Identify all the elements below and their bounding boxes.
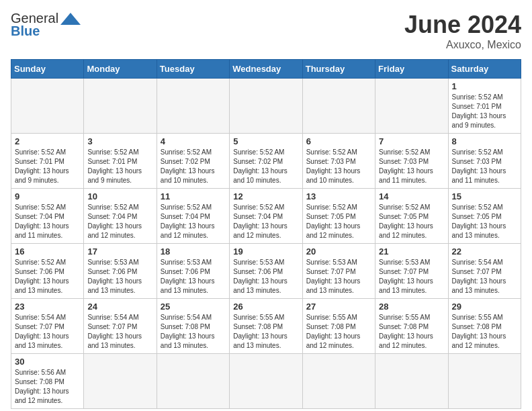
header-tuesday: Tuesday <box>157 60 229 79</box>
calendar-cell-2 <box>157 79 229 134</box>
day-info-22: Sunrise: 5:54 AM Sunset: 7:07 PM Dayligh… <box>452 258 517 295</box>
calendar-cell-39 <box>302 354 375 409</box>
day-number-24: 24 <box>87 302 152 312</box>
calendar-cell-10: 5Sunrise: 5:52 AM Sunset: 7:02 PM Daylig… <box>230 134 302 189</box>
calendar-cell-11: 6Sunrise: 5:52 AM Sunset: 7:03 PM Daylig… <box>302 134 375 189</box>
day-number-14: 14 <box>379 191 444 201</box>
calendar-cell-27: 22Sunrise: 5:54 AM Sunset: 7:07 PM Dayli… <box>448 244 521 299</box>
calendar-title: June 2024 <box>404 11 521 39</box>
day-info-20: Sunrise: 5:53 AM Sunset: 7:07 PM Dayligh… <box>306 258 371 295</box>
day-number-8: 8 <box>452 136 517 146</box>
calendar-cell-30: 25Sunrise: 5:54 AM Sunset: 7:08 PM Dayli… <box>157 299 229 354</box>
calendar-cell-12: 7Sunrise: 5:52 AM Sunset: 7:03 PM Daylig… <box>375 134 448 189</box>
day-number-26: 26 <box>233 302 298 312</box>
day-info-29: Sunrise: 5:55 AM Sunset: 7:08 PM Dayligh… <box>452 313 517 351</box>
day-info-28: Sunrise: 5:55 AM Sunset: 7:08 PM Dayligh… <box>379 313 444 351</box>
day-info-25: Sunrise: 5:54 AM Sunset: 7:08 PM Dayligh… <box>161 313 226 351</box>
calendar-cell-38 <box>230 354 302 409</box>
calendar-cell-22: 17Sunrise: 5:53 AM Sunset: 7:06 PM Dayli… <box>84 244 157 299</box>
logo-blue-text: Blue <box>11 24 40 39</box>
calendar-cell-5 <box>375 79 448 134</box>
calendar-cell-25: 20Sunrise: 5:53 AM Sunset: 7:07 PM Dayli… <box>302 244 375 299</box>
day-number-27: 27 <box>306 302 371 312</box>
calendar-cell-18: 13Sunrise: 5:52 AM Sunset: 7:05 PM Dayli… <box>302 189 375 244</box>
day-info-23: Sunrise: 5:54 AM Sunset: 7:07 PM Dayligh… <box>15 313 80 351</box>
calendar-cell-37 <box>157 354 229 409</box>
calendar-cell-13: 8Sunrise: 5:52 AM Sunset: 7:03 PM Daylig… <box>448 134 521 189</box>
header-sunday: Sunday <box>11 60 84 79</box>
day-number-30: 30 <box>15 357 80 367</box>
day-number-21: 21 <box>379 246 444 257</box>
day-number-1: 1 <box>452 81 517 91</box>
day-number-9: 9 <box>15 191 80 201</box>
calendar-cell-9: 4Sunrise: 5:52 AM Sunset: 7:02 PM Daylig… <box>157 134 229 189</box>
day-number-12: 12 <box>233 191 298 201</box>
calendar-cell-3 <box>230 79 302 134</box>
calendar-cell-16: 11Sunrise: 5:52 AM Sunset: 7:04 PM Dayli… <box>157 189 229 244</box>
day-info-21: Sunrise: 5:53 AM Sunset: 7:07 PM Dayligh… <box>379 258 444 295</box>
day-number-10: 10 <box>87 191 152 201</box>
calendar-table: Sunday Monday Tuesday Wednesday Thursday… <box>11 59 521 409</box>
day-number-15: 15 <box>452 191 517 201</box>
day-number-6: 6 <box>306 136 371 146</box>
calendar-cell-23: 18Sunrise: 5:53 AM Sunset: 7:06 PM Dayli… <box>157 244 229 299</box>
day-info-5: Sunrise: 5:52 AM Sunset: 7:02 PM Dayligh… <box>233 148 298 185</box>
calendar-cell-41 <box>448 354 521 409</box>
calendar-cell-33: 28Sunrise: 5:55 AM Sunset: 7:08 PM Dayli… <box>375 299 448 354</box>
day-info-10: Sunrise: 5:52 AM Sunset: 7:04 PM Dayligh… <box>87 203 152 240</box>
calendar-cell-31: 26Sunrise: 5:55 AM Sunset: 7:08 PM Dayli… <box>230 299 302 354</box>
day-info-18: Sunrise: 5:53 AM Sunset: 7:06 PM Dayligh… <box>161 258 226 295</box>
day-number-7: 7 <box>379 136 444 146</box>
day-info-17: Sunrise: 5:53 AM Sunset: 7:06 PM Dayligh… <box>87 258 152 295</box>
day-info-27: Sunrise: 5:55 AM Sunset: 7:08 PM Dayligh… <box>306 313 371 351</box>
calendar-cell-1 <box>84 79 157 134</box>
day-number-4: 4 <box>161 136 226 146</box>
day-info-26: Sunrise: 5:55 AM Sunset: 7:08 PM Dayligh… <box>233 313 298 351</box>
day-number-18: 18 <box>161 246 226 257</box>
day-info-11: Sunrise: 5:52 AM Sunset: 7:04 PM Dayligh… <box>161 203 226 240</box>
day-info-2: Sunrise: 5:52 AM Sunset: 7:01 PM Dayligh… <box>15 148 80 185</box>
calendar-cell-28: 23Sunrise: 5:54 AM Sunset: 7:07 PM Dayli… <box>11 299 84 354</box>
day-info-4: Sunrise: 5:52 AM Sunset: 7:02 PM Dayligh… <box>161 148 226 185</box>
page-header: General Blue June 2024 Axuxco, Mexico <box>11 11 521 51</box>
day-number-28: 28 <box>379 302 444 312</box>
day-number-20: 20 <box>306 246 371 257</box>
calendar-row-1: 2Sunrise: 5:52 AM Sunset: 7:01 PM Daylig… <box>11 134 521 189</box>
day-info-6: Sunrise: 5:52 AM Sunset: 7:03 PM Dayligh… <box>306 148 371 185</box>
day-info-15: Sunrise: 5:52 AM Sunset: 7:05 PM Dayligh… <box>452 203 517 240</box>
day-info-9: Sunrise: 5:52 AM Sunset: 7:04 PM Dayligh… <box>15 203 80 240</box>
day-info-16: Sunrise: 5:52 AM Sunset: 7:06 PM Dayligh… <box>15 258 80 295</box>
header-monday: Monday <box>84 60 157 79</box>
calendar-cell-40 <box>375 354 448 409</box>
calendar-cell-35: 30Sunrise: 5:56 AM Sunset: 7:08 PM Dayli… <box>11 354 84 409</box>
day-number-2: 2 <box>15 136 80 146</box>
logo: General Blue <box>11 11 81 39</box>
calendar-row-0: 1Sunrise: 5:52 AM Sunset: 7:01 PM Daylig… <box>11 79 521 134</box>
calendar-cell-14: 9Sunrise: 5:52 AM Sunset: 7:04 PM Daylig… <box>11 189 84 244</box>
header-saturday: Saturday <box>448 60 521 79</box>
calendar-cell-36 <box>84 354 157 409</box>
day-number-3: 3 <box>87 136 152 146</box>
day-number-22: 22 <box>452 246 517 257</box>
day-info-30: Sunrise: 5:56 AM Sunset: 7:08 PM Dayligh… <box>15 368 80 406</box>
calendar-cell-8: 3Sunrise: 5:52 AM Sunset: 7:01 PM Daylig… <box>84 134 157 189</box>
day-number-29: 29 <box>452 302 517 312</box>
day-info-3: Sunrise: 5:52 AM Sunset: 7:01 PM Dayligh… <box>87 148 152 185</box>
day-number-13: 13 <box>306 191 371 201</box>
calendar-cell-7: 2Sunrise: 5:52 AM Sunset: 7:01 PM Daylig… <box>11 134 84 189</box>
day-number-23: 23 <box>15 302 80 312</box>
calendar-location: Axuxco, Mexico <box>404 39 521 51</box>
day-info-7: Sunrise: 5:52 AM Sunset: 7:03 PM Dayligh… <box>379 148 444 185</box>
day-info-19: Sunrise: 5:53 AM Sunset: 7:06 PM Dayligh… <box>233 258 298 295</box>
day-info-12: Sunrise: 5:52 AM Sunset: 7:04 PM Dayligh… <box>233 203 298 240</box>
calendar-cell-17: 12Sunrise: 5:52 AM Sunset: 7:04 PM Dayli… <box>230 189 302 244</box>
title-block: June 2024 Axuxco, Mexico <box>404 11 521 51</box>
day-info-1: Sunrise: 5:52 AM Sunset: 7:01 PM Dayligh… <box>452 93 517 130</box>
day-number-25: 25 <box>161 302 226 312</box>
header-thursday: Thursday <box>302 60 375 79</box>
day-info-14: Sunrise: 5:52 AM Sunset: 7:05 PM Dayligh… <box>379 203 444 240</box>
header-wednesday: Wednesday <box>230 60 302 79</box>
calendar-header-row: Sunday Monday Tuesday Wednesday Thursday… <box>11 60 521 79</box>
day-number-5: 5 <box>233 136 298 146</box>
calendar-cell-26: 21Sunrise: 5:53 AM Sunset: 7:07 PM Dayli… <box>375 244 448 299</box>
